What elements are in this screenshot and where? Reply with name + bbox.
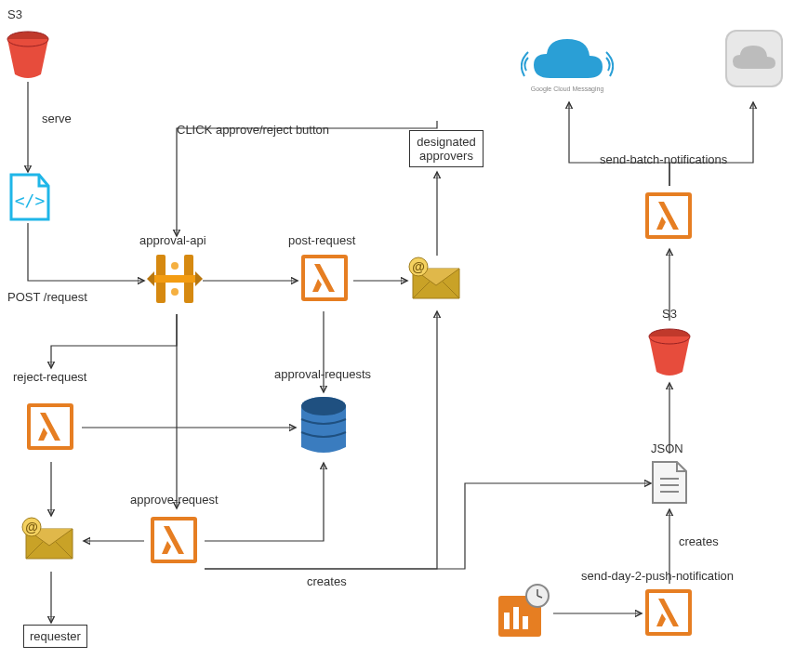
designated-approvers-label: designatedapprovers — [417, 135, 476, 163]
apns-icon — [723, 28, 785, 89]
svg-rect-37 — [504, 613, 510, 629]
reject-request-label: reject-request — [13, 370, 86, 384]
approval-api-label: approval-api — [139, 233, 206, 247]
svg-point-23 — [171, 288, 179, 296]
scheduled-event-node — [493, 583, 550, 643]
lambda-icon — [642, 189, 696, 243]
approve-request-node — [147, 513, 201, 570]
approval-api-node — [145, 249, 205, 311]
mail-designated-node: @ — [407, 256, 465, 307]
cloudwatch-event-icon — [493, 583, 550, 640]
reject-request-node — [23, 400, 77, 456]
svg-rect-19 — [151, 275, 199, 283]
lambda-icon — [298, 251, 351, 305]
apple-cloud-node — [723, 28, 785, 92]
svg-text:</>: </> — [15, 191, 46, 210]
edge-click-approve-label: CLICK approve/reject button — [177, 123, 329, 137]
post-request-label: post-request — [288, 233, 355, 247]
api-gateway-icon — [145, 249, 205, 309]
send-day2-label: send-day-2-push-notification — [581, 569, 734, 583]
send-batch-node — [642, 189, 696, 245]
lambda-icon — [147, 513, 201, 567]
edge-creates-left-label: creates — [307, 574, 347, 588]
s3-top-label: S3 — [7, 7, 22, 21]
dynamodb-icon — [298, 395, 350, 458]
edge-post-request-label: POST /request — [7, 290, 87, 304]
s3-right-label: S3 — [662, 307, 677, 321]
svg-rect-39 — [523, 616, 528, 629]
mail-icon: @ — [407, 256, 465, 304]
document-icon — [649, 460, 690, 507]
s3-bucket-top — [5, 30, 51, 85]
post-request-node — [298, 251, 351, 308]
svg-marker-21 — [195, 271, 203, 286]
svg-point-31 — [301, 397, 346, 415]
requester-label: requester — [30, 629, 81, 643]
svg-point-22 — [171, 262, 179, 270]
designated-approvers-box: designatedapprovers — [409, 130, 484, 167]
bucket-icon — [5, 30, 51, 82]
google-cloud-node: Google Cloud Messaging — [521, 30, 614, 103]
lambda-icon — [642, 586, 696, 639]
edge-creates-right-label: creates — [679, 534, 719, 548]
svg-text:Google Cloud Messaging: Google Cloud Messaging — [531, 86, 604, 93]
json-doc-node — [649, 460, 690, 509]
lambda-icon — [23, 400, 77, 454]
approve-request-label: approve-request — [130, 493, 219, 507]
json-label: JSON — [651, 441, 683, 455]
svg-marker-20 — [147, 271, 154, 286]
requester-box: requester — [23, 625, 87, 648]
svg-rect-38 — [513, 607, 519, 629]
gcm-icon: Google Cloud Messaging — [521, 30, 614, 100]
edge-serve-label: serve — [42, 112, 72, 125]
bucket-icon — [646, 327, 693, 379]
s3-bucket-right — [646, 327, 693, 382]
svg-text:@: @ — [412, 259, 425, 274]
send-batch-label: send-batch-notifications — [600, 152, 727, 166]
mail-requester-node: @ — [20, 516, 78, 567]
approval-requests-label: approval-requests — [274, 367, 371, 381]
send-day2-node — [642, 586, 696, 642]
approval-requests-node — [298, 395, 350, 461]
code-file-icon: </> — [6, 173, 52, 226]
svg-text:@: @ — [25, 520, 38, 534]
mail-icon: @ — [20, 516, 78, 564]
